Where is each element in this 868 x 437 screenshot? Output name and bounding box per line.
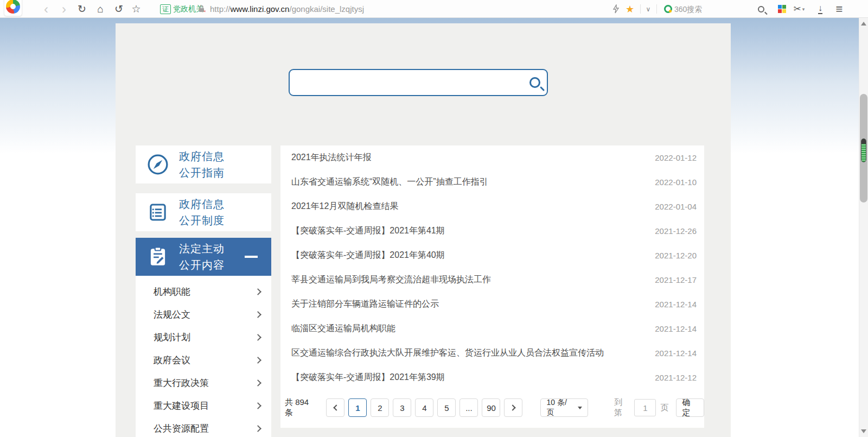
article-date: 2021-12-14 — [655, 300, 697, 309]
insecure-lock-icon: × — [198, 5, 207, 15]
page-button-90[interactable]: 90 — [482, 398, 500, 417]
sidebar-menu-item-meetings[interactable]: 政府会议 — [136, 349, 271, 371]
list-item[interactable]: 【突破落实年-交通周报】2021年第40期2021-12-20 — [280, 243, 704, 268]
scroll-down-arrow-icon[interactable] — [861, 429, 866, 433]
sidebar-menu-item-regulations[interactable]: 法规公文 — [136, 303, 271, 326]
list-item[interactable]: 区交通运输综合行政执法大队开展维护客运、货运行业从业人员合法权益宣传活动2021… — [280, 341, 704, 365]
page-ellipsis-button[interactable]: ... — [459, 398, 478, 417]
scroll-speed-indicator — [861, 138, 866, 162]
chevron-right-icon — [509, 404, 515, 410]
sidebar-item-statutory-disclosure[interactable]: 法定主动公开内容 — [136, 238, 271, 276]
screenshot-scissors-icon[interactable]: ✂▾ — [791, 0, 807, 18]
article-date: 2022-01-04 — [655, 202, 697, 211]
chevron-right-icon — [254, 288, 261, 295]
article-date: 2021-12-20 — [655, 251, 697, 260]
sidebar-item-label: 公开制度 — [179, 214, 225, 226]
chevron-right-icon — [254, 402, 261, 409]
article-date: 2021-12-26 — [655, 226, 697, 236]
sidebar-submenu: 机构职能 法规公文 规划计划 政府会议 重大行政决策 重大建设项目 公共资源配置 — [136, 276, 271, 437]
360-search-logo-icon[interactable] — [662, 0, 673, 18]
article-date: 2022-01-10 — [655, 178, 697, 187]
content-panel: 政府信息公开指南 政府信息公开制度 — [116, 23, 731, 437]
next-page-button[interactable] — [504, 398, 522, 417]
chevron-left-icon — [333, 404, 339, 410]
sidebar-menu-item-major-projects[interactable]: 重大建设项目 — [136, 394, 271, 417]
page-button-2[interactable]: 2 — [371, 398, 389, 417]
list-item[interactable]: 【突破落实年-交通周报】2021年第39期2021-12-12 — [280, 365, 704, 390]
browser-window: ‹ › ↻ ⌂ ↺ ☆ 证 党政机关 × http://www.linzi.go… — [0, 0, 868, 437]
chevron-right-icon — [254, 311, 261, 318]
caret-down-icon — [578, 407, 582, 409]
list-item[interactable]: 【突破落实年-交通周报】2021年第41期2021-12-26 — [280, 219, 704, 243]
chevron-down-icon[interactable]: ∨ — [642, 0, 654, 18]
sidebar-item-label: 公开指南 — [179, 167, 225, 179]
site-search-button[interactable] — [523, 70, 547, 95]
vertical-scrollbar[interactable] — [859, 18, 868, 437]
document-icon — [145, 200, 170, 225]
sidebar: 政府信息公开指南 政府信息公开制度 — [136, 145, 271, 437]
goto-page-suffix-label: 页 — [660, 403, 668, 413]
site-search-input[interactable] — [290, 70, 523, 95]
sidebar-item-label: 法定主动 — [179, 243, 225, 255]
list-item[interactable]: 莘县交通运输局到我局考察交流治超非现场执法工作2021-12-17 — [280, 268, 704, 292]
article-date: 2022-01-12 — [655, 153, 697, 162]
download-icon[interactable]: ↓ — [813, 0, 828, 18]
cert-icon: 证 — [160, 4, 171, 14]
list-item[interactable]: 关于注销部分车辆道路运输证件的公示2021-12-14 — [280, 292, 704, 316]
undo-icon[interactable]: ↺ — [111, 0, 127, 18]
list-item[interactable]: 山东省交通运输系统“双随机、一公开”抽查工作指引2022-01-10 — [280, 170, 704, 194]
menu-hamburger-icon[interactable]: ≡ — [831, 0, 847, 18]
bookmark-star-icon[interactable]: ☆ — [128, 0, 144, 18]
sidebar-menu-item-planning[interactable]: 规划计划 — [136, 326, 271, 349]
webpage-background: 政府信息公开指南 政府信息公开制度 — [0, 18, 868, 437]
sidebar-menu-item-public-resources[interactable]: 公共资源配置 — [136, 417, 271, 437]
page-button-5[interactable]: 5 — [437, 398, 456, 417]
prev-page-button[interactable] — [326, 398, 344, 417]
search-magnifier-icon — [529, 77, 540, 88]
sidebar-item-label: 政府信息 — [179, 198, 225, 210]
toolbar-divider — [640, 4, 641, 14]
url-bar[interactable]: http://www.linzi.gov.cn/gongkai/site_lzq… — [210, 4, 364, 14]
page-size-select[interactable]: 10 条/页 — [540, 398, 588, 417]
forward-icon[interactable]: › — [56, 0, 72, 18]
favorite-star-icon[interactable]: ★ — [623, 0, 637, 18]
active-indicator-dash — [245, 256, 258, 258]
refresh-icon[interactable]: ↻ — [74, 0, 90, 18]
total-count-label: 共 894 条 — [285, 397, 318, 418]
list-item[interactable]: 2021年12月双随机检查结果2022-01-04 — [280, 194, 704, 219]
article-date: 2021-12-14 — [655, 324, 697, 333]
site-cert-badge[interactable]: 证 党政机关 — [160, 4, 203, 14]
chevron-right-icon — [254, 357, 261, 364]
article-date: 2021-12-14 — [655, 349, 697, 358]
browser-toolbar: ‹ › ↻ ⌂ ↺ ☆ 证 党政机关 × http://www.linzi.go… — [0, 0, 868, 18]
search-icon[interactable] — [754, 0, 768, 18]
browser-logo-icon[interactable] — [4, 0, 22, 16]
scrollbar-thumb[interactable] — [860, 94, 867, 202]
lightning-icon[interactable] — [609, 0, 623, 18]
list-item[interactable]: 临淄区交通运输局机构职能2021-12-14 — [280, 316, 704, 341]
home-icon[interactable]: ⌂ — [92, 0, 108, 18]
goto-confirm-button[interactable]: 确定 — [676, 398, 704, 417]
sidebar-item-gov-info-system[interactable]: 政府信息公开制度 — [136, 193, 271, 231]
scroll-up-arrow-icon[interactable] — [861, 22, 866, 26]
svg-text:×: × — [203, 9, 206, 13]
apps-grid-icon[interactable] — [775, 0, 789, 18]
article-date: 2021-12-12 — [655, 373, 697, 382]
chevron-right-icon — [254, 379, 261, 387]
page-button-4[interactable]: 4 — [415, 398, 433, 417]
chevron-right-icon — [254, 334, 261, 341]
sidebar-menu-item-major-decisions[interactable]: 重大行政决策 — [136, 371, 271, 394]
pagination-bar: 共 894 条 1 2 3 4 5 ... 90 10 条/页 到第 页 确定 — [280, 397, 704, 418]
goto-page-input[interactable] — [634, 399, 656, 416]
page-button-3[interactable]: 3 — [393, 398, 411, 417]
sidebar-item-label: 公开内容 — [179, 259, 225, 271]
clipboard-pen-icon — [145, 244, 170, 269]
sidebar-menu-item-functions[interactable]: 机构职能 — [136, 280, 271, 303]
list-item[interactable]: 2021年执法统计年报2022-01-12 — [280, 145, 704, 170]
page-button-1[interactable]: 1 — [348, 398, 367, 417]
back-icon[interactable]: ‹ — [38, 0, 54, 18]
search-engine-label[interactable]: 360搜索 — [674, 5, 702, 15]
toolbar-divider — [656, 4, 657, 14]
goto-page-prefix-label: 到第 — [614, 397, 630, 418]
sidebar-item-gov-info-guide[interactable]: 政府信息公开指南 — [136, 145, 271, 183]
